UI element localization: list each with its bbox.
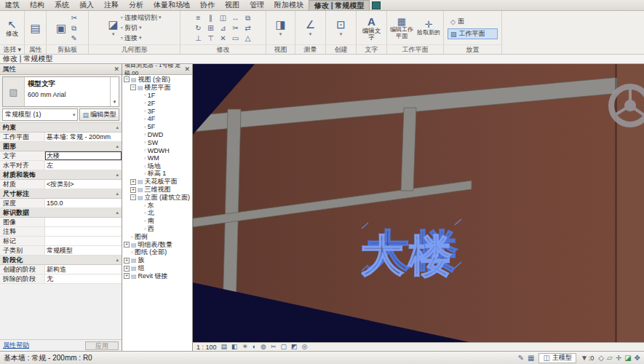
property-value[interactable]: 左 bbox=[45, 161, 122, 170]
split-icon[interactable]: ✂ bbox=[230, 23, 241, 33]
menu-tab[interactable]: 建筑 bbox=[0, 0, 25, 10]
close-icon[interactable]: ✕ bbox=[184, 66, 190, 73]
tree-item[interactable]: ▫北 bbox=[122, 210, 192, 218]
select-underlay-icon[interactable]: ▱ bbox=[607, 354, 613, 362]
align-icon[interactable]: ≡ bbox=[193, 13, 204, 23]
selected-model-text[interactable]: 大楼 大楼 bbox=[360, 219, 462, 280]
pick-new-workplane-button[interactable]: ✛拾取新的 bbox=[416, 19, 442, 36]
paste-button[interactable]: ▣ bbox=[55, 21, 67, 35]
apply-button[interactable]: 应用 bbox=[85, 341, 119, 350]
property-value[interactable] bbox=[45, 237, 122, 245]
property-section-header[interactable]: 阶段化▴ bbox=[0, 256, 122, 265]
crop-view-icon[interactable]: ✂ bbox=[271, 343, 277, 351]
close-icon[interactable]: ✕ bbox=[114, 66, 119, 73]
select-pinned-icon[interactable]: ✛ bbox=[616, 354, 621, 362]
tree-item[interactable]: −▤楼层平面 bbox=[122, 84, 192, 92]
property-value[interactable]: 无 bbox=[45, 274, 122, 283]
offset-icon[interactable]: ∥ bbox=[205, 13, 216, 23]
measure-button[interactable]: ∠ ▾ bbox=[305, 17, 316, 38]
tree-item[interactable]: ▫WDWH bbox=[122, 146, 192, 154]
tree-expand-icon[interactable]: − bbox=[124, 76, 130, 82]
properties-toggle-button[interactable]: ▤ bbox=[29, 21, 41, 35]
property-section-header[interactable]: 材质和装饰▴ bbox=[0, 170, 122, 180]
tree-item[interactable]: +▤天花板平面 bbox=[122, 178, 192, 186]
view-scale-button[interactable]: 1 : 100 bbox=[196, 344, 217, 351]
join-icon[interactable]: ▭ bbox=[230, 33, 241, 43]
copy-icon[interactable]: ⧉ bbox=[68, 23, 79, 33]
tree-expand-icon[interactable]: + bbox=[124, 273, 130, 279]
copy-element-icon[interactable]: ⧉ bbox=[242, 13, 253, 23]
property-value[interactable]: 常规模型 bbox=[45, 246, 122, 255]
tree-item[interactable]: ▫东 bbox=[122, 202, 192, 210]
tree-item[interactable]: ▫2F bbox=[122, 99, 192, 107]
mirror-icon[interactable]: ◫ bbox=[218, 13, 228, 23]
property-value[interactable]: 基本墙: 常规 - 200mm bbox=[45, 132, 122, 141]
property-value[interactable]: 新构造 bbox=[45, 265, 122, 274]
delete-icon[interactable]: ✕ bbox=[218, 33, 228, 43]
trim-icon[interactable]: ⇄ bbox=[242, 23, 253, 33]
geometry-menu-item[interactable]: ▫连接端切割▾ bbox=[121, 13, 162, 23]
type-selector[interactable]: ▧ 模型文字 600 mm Arial ▾ bbox=[2, 76, 119, 107]
sun-path-icon[interactable]: ☀ bbox=[242, 343, 248, 351]
array-icon[interactable]: ⊞ bbox=[205, 23, 216, 33]
drag-on-selection-icon[interactable]: ✥ bbox=[635, 354, 640, 362]
placement-option[interactable]: ▨工作平面 bbox=[448, 28, 498, 39]
property-section-header[interactable]: 标识数据▴ bbox=[0, 208, 122, 218]
property-section-header[interactable]: 约束▴ bbox=[0, 123, 122, 132]
tree-item[interactable]: +▤明细表/数量 bbox=[122, 241, 192, 249]
tree-item[interactable]: −▤立面 (建筑立面) bbox=[122, 194, 192, 202]
menu-tab[interactable]: 插入 bbox=[74, 0, 99, 10]
tree-expand-icon[interactable]: + bbox=[130, 179, 136, 185]
tree-expand-icon[interactable]: − bbox=[130, 84, 136, 90]
menu-tab[interactable]: 管理 bbox=[245, 0, 269, 10]
crop-region-icon[interactable]: ▢ bbox=[280, 343, 287, 351]
tree-item[interactable]: ▫4F bbox=[122, 115, 192, 123]
rendering-icon[interactable]: ◍ bbox=[261, 343, 266, 351]
edit-type-button[interactable]: ▤ 编辑类型 bbox=[79, 108, 119, 121]
view-tools-button[interactable]: ◨ ▾ bbox=[274, 17, 286, 38]
menu-tab[interactable]: 协作 bbox=[195, 0, 220, 10]
hide-isolate-icon[interactable]: ◩ bbox=[291, 343, 298, 351]
create-button[interactable]: ⊡ ▾ bbox=[335, 17, 346, 38]
edit-text-button[interactable]: A 编辑文字 bbox=[359, 15, 384, 41]
reveal-hidden-icon[interactable]: ◎ bbox=[302, 343, 308, 351]
tree-item[interactable]: ▫图例 bbox=[122, 233, 192, 241]
tree-item[interactable]: ▫SW bbox=[122, 138, 192, 146]
tree-item[interactable]: ▫WM bbox=[122, 154, 192, 162]
tree-item[interactable]: ▫5F bbox=[122, 123, 192, 131]
tree-item[interactable]: +▤组 bbox=[122, 264, 192, 272]
edit-workplane-button[interactable]: ▦编辑工作平面 bbox=[389, 16, 415, 39]
tree-item[interactable]: ▫图纸 (全部) bbox=[122, 249, 192, 257]
select-links-icon[interactable]: ◇ bbox=[598, 354, 604, 362]
tree-expand-icon[interactable]: + bbox=[130, 187, 136, 193]
pin-icon[interactable]: ⊥ bbox=[193, 33, 204, 43]
menu-tab[interactable]: 分析 bbox=[124, 0, 148, 10]
scale-icon[interactable]: ⊿ bbox=[218, 23, 228, 33]
property-value[interactable]: <按类别> bbox=[45, 180, 122, 189]
tree-item[interactable]: +▤三维视图 bbox=[122, 186, 192, 194]
drawing-area[interactable]: 大楼 大楼 bbox=[193, 64, 644, 342]
editable-only-icon[interactable]: ✎ bbox=[518, 354, 524, 362]
worksets-icon[interactable]: ▦ bbox=[528, 354, 534, 362]
tree-expand-icon[interactable]: + bbox=[124, 242, 130, 248]
property-section-header[interactable]: 尺寸标注▴ bbox=[0, 189, 122, 199]
tree-item[interactable]: ▫西 bbox=[122, 225, 192, 233]
shadows-icon[interactable]: ◐ bbox=[253, 343, 256, 351]
properties-help-link[interactable]: 属性帮助 bbox=[3, 341, 29, 350]
group-label-select[interactable]: 选择 ▾ bbox=[0, 44, 24, 54]
tree-item[interactable]: ▫DWD bbox=[122, 131, 192, 139]
visual-style-icon[interactable]: ◧ bbox=[231, 343, 238, 351]
move-icon[interactable]: ↔ bbox=[230, 13, 241, 23]
tree-expand-icon[interactable]: − bbox=[130, 194, 136, 200]
menu-tab[interactable]: 视图 bbox=[220, 0, 245, 10]
geometry-icon[interactable]: △ bbox=[242, 33, 253, 43]
chevron-down-icon[interactable]: ▾ bbox=[110, 77, 119, 106]
property-value[interactable]: 大楼 bbox=[45, 151, 122, 160]
viewport-3d-view[interactable]: 大楼 大楼 bbox=[193, 64, 644, 342]
menu-tab[interactable]: 修改 | 常规模型 bbox=[309, 0, 370, 10]
menu-tab[interactable]: 注释 bbox=[99, 0, 124, 10]
menu-tab[interactable]: 系统 bbox=[49, 0, 74, 10]
tree-item[interactable]: ▫标高 1 bbox=[122, 170, 192, 178]
match-type-icon[interactable]: ✎ bbox=[68, 33, 79, 43]
group-label-properties[interactable]: 属性 bbox=[25, 44, 46, 54]
